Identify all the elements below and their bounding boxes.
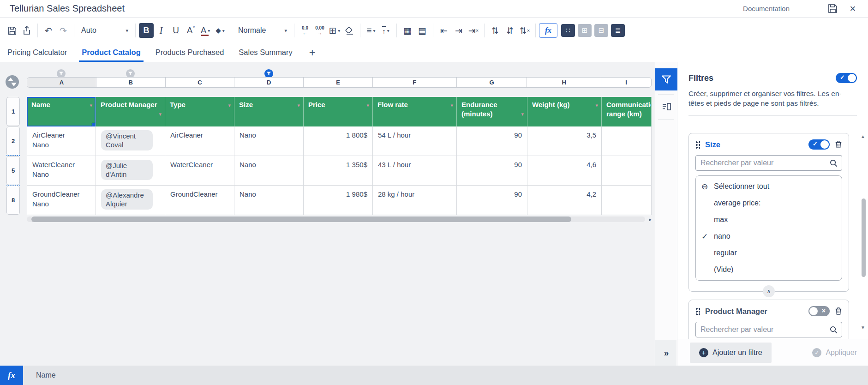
row-header-1[interactable]: 1 — [6, 97, 20, 126]
column-header-d[interactable]: D — [234, 78, 304, 87]
cell-e8[interactable]: 1 980$ — [304, 186, 373, 215]
cell-g8[interactable]: 90 — [457, 186, 527, 215]
fx-button[interactable]: fx — [0, 366, 23, 385]
column-header-i[interactable]: I — [601, 78, 651, 87]
cell-a2[interactable]: AirCleaner Nano — [27, 126, 96, 156]
cell-f8[interactable]: 28 kg / hour — [373, 186, 457, 215]
insert-column-button[interactable]: ⇅ — [488, 23, 503, 38]
decrease-decimal-button[interactable]: 0.0← — [298, 23, 312, 38]
add-sheet-button[interactable]: + — [306, 43, 318, 62]
cell-e2[interactable]: 1 800$ — [304, 126, 373, 156]
cell-f1[interactable]: Flow rate ▾ — [373, 97, 457, 126]
view-split-button[interactable]: ⊟ — [594, 24, 608, 37]
tab-product-catalog[interactable]: Product Catalog — [81, 43, 141, 62]
cell-d1[interactable]: Size ▾ — [234, 97, 304, 126]
cell-b1[interactable]: Product Manager ▾ — [96, 97, 165, 126]
add-filter-button[interactable]: + Ajouter un filtre — [690, 343, 772, 363]
remove-column-button[interactable]: ⇅× — [517, 23, 532, 38]
redo-icon[interactable]: ↷ — [56, 23, 71, 38]
italic-button[interactable]: I — [154, 23, 168, 38]
cell-g2[interactable]: 90 — [457, 126, 527, 156]
insert-row-button[interactable]: ⇤ — [437, 23, 451, 38]
horizontal-scrollbar[interactable]: ▸ — [27, 216, 652, 223]
chevron-down-icon[interactable]: ▾ — [366, 101, 369, 110]
chevron-down-icon[interactable]: ▾ — [90, 101, 92, 110]
cell-h1[interactable]: Weight (kg) ▾ — [527, 97, 602, 126]
chevron-down-icon[interactable]: ▾ — [450, 101, 453, 110]
column-header-b[interactable]: B — [96, 78, 166, 87]
panel-layout-icon[interactable] — [655, 97, 677, 116]
view-tiles-button[interactable]: ⊞ — [578, 24, 592, 37]
font-color-button[interactable]: A ▾ — [198, 23, 213, 38]
subscript-button[interactable]: A° — [183, 23, 198, 38]
cell-c2[interactable]: AirCleaner — [165, 126, 234, 156]
cell-d2[interactable]: Nano — [234, 126, 304, 156]
cell-c8[interactable]: GroundCleaner — [165, 186, 234, 215]
cell-e1[interactable]: Price ▾ — [304, 97, 373, 126]
cell-b2[interactable]: @Vincent Coval — [96, 126, 165, 156]
delete-column-button[interactable]: ⇵ — [503, 23, 517, 38]
apply-button-disabled[interactable]: ✓ Appliquer — [812, 348, 857, 357]
collapse-panel-button[interactable]: » — [655, 348, 677, 358]
filter-option[interactable]: average price: — [696, 195, 842, 211]
remove-row-button[interactable]: ⇥× — [466, 23, 481, 38]
insert-function-button[interactable]: fx — [539, 23, 557, 38]
filter-option-checked[interactable]: ✓ nano — [696, 228, 842, 245]
fill-handle[interactable] — [92, 123, 96, 126]
cell-h2[interactable]: 3,5 — [527, 126, 602, 156]
cell-h5[interactable]: 4,6 — [527, 156, 602, 186]
view-list-button[interactable]: ≣ — [611, 24, 625, 37]
delete-filter-icon[interactable] — [835, 140, 842, 149]
cell-i1[interactable]: Communication range (km) — [602, 97, 652, 126]
cell-i5[interactable] — [602, 156, 652, 186]
close-icon[interactable]: × — [846, 3, 860, 15]
cell-c5[interactable]: WaterCleaner — [165, 156, 234, 186]
tab-products-purchased[interactable]: Products Purchased — [155, 43, 225, 62]
undo-icon[interactable]: ↶ — [41, 23, 56, 38]
eraser-icon[interactable] — [342, 23, 357, 38]
panel-scroll-down-icon[interactable]: ▼ — [861, 325, 865, 330]
cell-b8[interactable]: @Alexandre Alquier — [96, 186, 165, 215]
cell-d5[interactable]: Nano — [234, 156, 304, 186]
cell-h8[interactable]: 4,2 — [527, 186, 602, 215]
save-file-icon[interactable] — [5, 23, 19, 38]
fill-color-button[interactable]: ◆ ▾ — [213, 23, 227, 38]
cell-g1[interactable]: Endurance (minutes) ▾ — [457, 97, 527, 126]
column-header-f[interactable]: F — [373, 78, 457, 87]
cell-b5[interactable]: @Julie d'Antin — [96, 156, 165, 186]
formula-bar-value[interactable]: Name — [23, 371, 56, 379]
tab-sales-summary[interactable]: Sales Summary — [238, 43, 293, 62]
size-filter-toggle[interactable]: ✓ — [808, 139, 830, 150]
cell-c1[interactable]: Type ▾ — [165, 97, 234, 126]
drag-handle-icon[interactable] — [695, 307, 700, 315]
merge-across-button[interactable]: ▤ — [415, 23, 430, 38]
filter-option-select-all[interactable]: ⊖ Sélectionner tout — [696, 178, 842, 195]
search-input[interactable] — [700, 325, 830, 334]
scroll-right-arrow-icon[interactable]: ▸ — [649, 217, 652, 223]
column-header-g[interactable]: G — [457, 78, 527, 87]
filter-option[interactable]: max — [696, 211, 842, 228]
cell-g5[interactable]: 90 — [457, 156, 527, 186]
filter-option[interactable]: regular — [696, 245, 842, 261]
font-size-select[interactable]: Auto ▾ — [78, 23, 132, 38]
view-grid-button[interactable]: ∷ — [561, 24, 575, 37]
chevron-down-icon[interactable]: ▾ — [521, 109, 524, 119]
cell-style-select[interactable]: Normale ▾ — [234, 23, 291, 38]
cell-i8[interactable] — [602, 186, 652, 215]
filter-funnel-icon[interactable] — [655, 68, 677, 90]
column-header-a[interactable]: A — [27, 78, 96, 87]
row-header-5[interactable]: 5 — [6, 156, 20, 185]
column-header-e[interactable]: E — [304, 78, 373, 87]
borders-button[interactable]: ⊞ ▾ — [327, 23, 342, 38]
share-icon[interactable] — [19, 23, 34, 38]
delete-filter-icon[interactable] — [835, 307, 842, 315]
drag-handle-icon[interactable] — [695, 141, 700, 149]
cell-a5[interactable]: WaterCleaner Nano — [27, 156, 96, 186]
increase-decimal-button[interactable]: 0.00→ — [312, 23, 327, 38]
product-manager-filter-toggle[interactable]: × — [808, 306, 830, 316]
cell-f2[interactable]: 54 L / hour — [373, 126, 457, 156]
filters-master-toggle[interactable]: ✓ — [836, 73, 857, 83]
documentation-link[interactable]: Documentation — [743, 5, 790, 12]
chevron-down-icon[interactable]: ▾ — [297, 101, 300, 110]
cell-i2[interactable] — [602, 126, 652, 156]
